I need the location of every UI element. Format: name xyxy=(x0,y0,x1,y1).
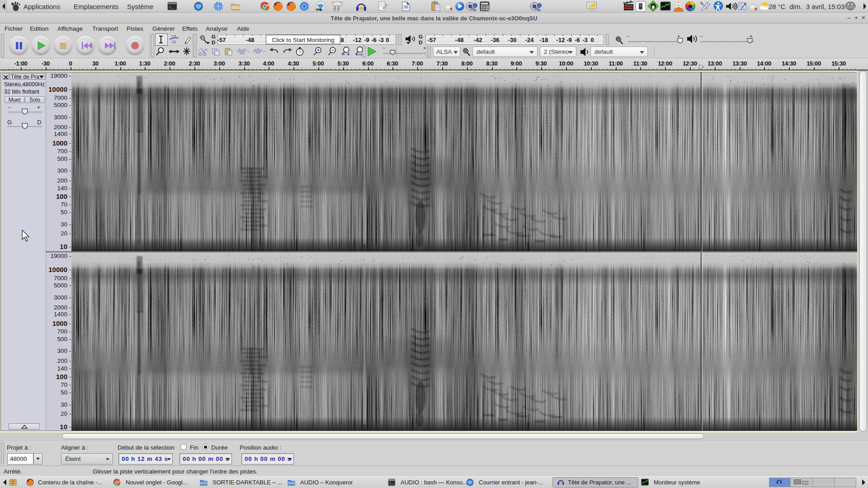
svg-text:D: D xyxy=(212,40,215,45)
svg-text:G: G xyxy=(212,34,216,39)
svg-text:+: + xyxy=(677,33,680,39)
svg-text:G: G xyxy=(419,34,423,39)
svg-text:>_: >_ xyxy=(389,481,393,485)
svg-text:D: D xyxy=(419,40,422,45)
svg-text:Pro: Pro xyxy=(316,9,320,11)
svg-text:−: − xyxy=(700,33,703,39)
svg-text:−: − xyxy=(627,33,629,39)
svg-text:−: − xyxy=(382,46,385,51)
svg-text:+: + xyxy=(423,46,426,51)
svg-text:−: − xyxy=(8,104,11,111)
svg-text:G: G xyxy=(7,119,12,126)
svg-text:+: + xyxy=(37,104,40,111)
svg-text:D: D xyxy=(37,119,41,126)
svg-text:>_: >_ xyxy=(169,5,174,9)
svg-text:+: + xyxy=(750,33,752,39)
